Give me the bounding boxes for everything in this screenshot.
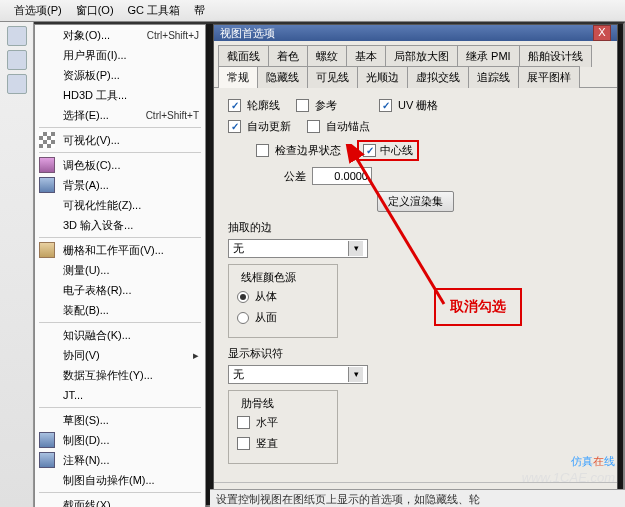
menu-item[interactable]: 调色板(C)... xyxy=(35,155,205,175)
radio-from-face[interactable] xyxy=(237,312,249,324)
tab-隐藏线[interactable]: 隐藏线 xyxy=(257,66,308,88)
menu-item[interactable]: 测量(U)... xyxy=(35,260,205,280)
menu-label: JT... xyxy=(63,389,83,401)
menu-item[interactable]: 制图自动操作(M)... xyxy=(35,470,205,490)
menu-item[interactable]: 可视化(V)... xyxy=(35,130,205,150)
menu-item[interactable]: HD3D 工具... xyxy=(35,85,205,105)
tab-追踪线[interactable]: 追踪线 xyxy=(468,66,519,88)
menu-label: 数据互操作性(Y)... xyxy=(63,368,153,383)
checkbox-vertical[interactable] xyxy=(237,437,250,450)
menu-icon xyxy=(39,157,55,173)
tab-螺纹[interactable]: 螺纹 xyxy=(307,45,347,67)
menu-item[interactable]: 草图(S)... xyxy=(35,410,205,430)
menu-item[interactable]: 数据互操作性(Y)... xyxy=(35,365,205,385)
menu-item[interactable]: 可视化性能(Z)... xyxy=(35,195,205,215)
menu-label: 协同(V) xyxy=(63,348,100,363)
menu-help[interactable]: 帮 xyxy=(188,1,211,20)
menu-item[interactable]: JT... xyxy=(35,385,205,405)
menu-item[interactable]: 栅格和工作平面(V)... xyxy=(35,240,205,260)
menu-shortcut: Ctrl+Shift+T xyxy=(146,110,199,121)
define-render-set-button[interactable]: 定义渲染集 xyxy=(377,191,454,212)
display-id-value: 无 xyxy=(233,367,244,382)
extract-edge-value: 无 xyxy=(233,241,244,256)
tool-icon[interactable] xyxy=(7,74,27,94)
menu-item[interactable]: 用户界面(I)... xyxy=(35,45,205,65)
menu-shortcut: Ctrl+Shift+J xyxy=(147,30,199,41)
label-tolerance: 公差 xyxy=(284,169,306,184)
tab-局部放大图[interactable]: 局部放大图 xyxy=(385,45,458,67)
label-outline: 轮廓线 xyxy=(247,98,280,113)
left-toolbar xyxy=(0,22,34,507)
tab-常规[interactable]: 常规 xyxy=(218,66,258,88)
tab-基本[interactable]: 基本 xyxy=(346,45,386,67)
menu-label: 可视化(V)... xyxy=(63,133,120,148)
view-preferences-dialog: 视图首选项 X 截面线着色螺纹基本局部放大图继承 PMI船舶设计线常规隐藏线可见… xyxy=(213,24,618,496)
label-from-body: 从体 xyxy=(255,289,277,304)
tab-展平图样[interactable]: 展平图样 xyxy=(518,66,580,88)
tab-可见线[interactable]: 可见线 xyxy=(307,66,358,88)
menu-window[interactable]: 窗口(O) xyxy=(70,1,120,20)
dialog-titlebar: 视图首选项 X xyxy=(214,25,617,41)
menu-label: 栅格和工作平面(V)... xyxy=(63,243,164,258)
checkbox-auto-update[interactable] xyxy=(228,120,241,133)
menu-item[interactable]: 知识融合(K)... xyxy=(35,325,205,345)
menu-item[interactable]: 背景(A)... xyxy=(35,175,205,195)
extract-edge-select[interactable]: 无 ▾ xyxy=(228,239,368,258)
group-title-rib: 肋骨线 xyxy=(237,396,278,411)
menu-label: 电子表格(R)... xyxy=(63,283,131,298)
tab-光顺边[interactable]: 光顺边 xyxy=(357,66,408,88)
menu-item[interactable]: 制图(D)... xyxy=(35,430,205,450)
checkbox-uv-grid[interactable] xyxy=(379,99,392,112)
tab-继承 PMI[interactable]: 继承 PMI xyxy=(457,45,520,67)
display-id-select[interactable]: 无 ▾ xyxy=(228,365,368,384)
checkbox-boundary-check[interactable] xyxy=(256,144,269,157)
menu-label: 选择(E)... xyxy=(63,108,109,123)
menu-label: 注释(N)... xyxy=(63,453,109,468)
menu-item[interactable]: 选择(E)...Ctrl+Shift+T xyxy=(35,105,205,125)
main-menu-bar: 首选项(P) 窗口(O) GC 工具箱 帮 xyxy=(0,0,625,22)
menu-label: 知识融合(K)... xyxy=(63,328,131,343)
tab-船舶设计线[interactable]: 船舶设计线 xyxy=(519,45,592,67)
menu-gc-toolbox[interactable]: GC 工具箱 xyxy=(122,1,187,20)
dialog-title-text: 视图首选项 xyxy=(220,26,275,41)
menu-label: 对象(O)... xyxy=(63,28,110,43)
tool-icon[interactable] xyxy=(7,26,27,46)
menu-icon xyxy=(39,177,55,193)
annotation-box: 取消勾选 xyxy=(434,288,522,326)
tool-icon[interactable] xyxy=(7,50,27,70)
close-icon[interactable]: X xyxy=(593,25,611,41)
menu-item[interactable]: 截面线(X)... xyxy=(35,495,205,507)
menu-preferences[interactable]: 首选项(P) xyxy=(8,1,68,20)
label-display-identifier: 显示标识符 xyxy=(228,346,603,361)
menu-item[interactable]: 3D 输入设备... xyxy=(35,215,205,235)
menu-label: 装配(B)... xyxy=(63,303,109,318)
menu-item[interactable]: 装配(B)... xyxy=(35,300,205,320)
checkbox-centerline[interactable] xyxy=(363,144,376,157)
menu-item[interactable]: 资源板(P)... xyxy=(35,65,205,85)
checkbox-outline[interactable] xyxy=(228,99,241,112)
radio-from-body[interactable] xyxy=(237,291,249,303)
site-watermark: 仿真在线 www.1CAE.com xyxy=(522,449,615,485)
tab-截面线[interactable]: 截面线 xyxy=(218,45,269,67)
wireframe-color-group: 线框颜色源 从体 从面 xyxy=(228,264,338,338)
tolerance-input[interactable] xyxy=(312,167,372,185)
label-boundary-check: 检查边界状态 xyxy=(275,143,341,158)
menu-item[interactable]: 注释(N)... xyxy=(35,450,205,470)
checkbox-horizontal[interactable] xyxy=(237,416,250,429)
label-extract-edge: 抽取的边 xyxy=(228,220,603,235)
menu-icon xyxy=(39,432,55,448)
menu-label: 制图(D)... xyxy=(63,433,109,448)
checkbox-auto-anchor[interactable] xyxy=(307,120,320,133)
menu-label: 可视化性能(Z)... xyxy=(63,198,141,213)
tab-着色[interactable]: 着色 xyxy=(268,45,308,67)
menu-item[interactable]: 对象(O)...Ctrl+Shift+J xyxy=(35,25,205,45)
tab-虚拟交线[interactable]: 虚拟交线 xyxy=(407,66,469,88)
label-auto-anchor: 自动锚点 xyxy=(326,119,370,134)
menu-item[interactable]: 协同(V)▸ xyxy=(35,345,205,365)
menu-label: 3D 输入设备... xyxy=(63,218,133,233)
menu-label: 调色板(C)... xyxy=(63,158,120,173)
menu-label: 背景(A)... xyxy=(63,178,109,193)
rib-line-group: 肋骨线 水平 竖直 xyxy=(228,390,338,464)
checkbox-reference[interactable] xyxy=(296,99,309,112)
menu-item[interactable]: 电子表格(R)... xyxy=(35,280,205,300)
